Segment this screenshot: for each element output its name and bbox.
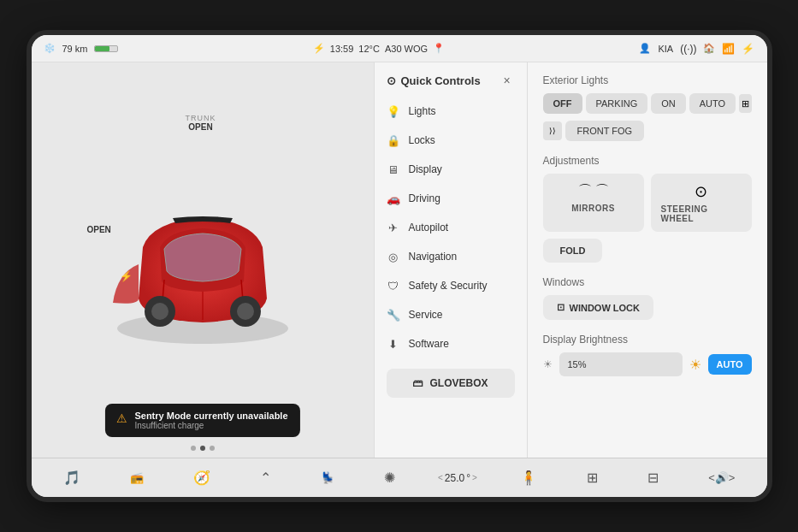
- menu-item-service[interactable]: 🔧 Service: [375, 300, 527, 329]
- light-btn-auto[interactable]: AUTO: [689, 93, 736, 114]
- autopilot-label: Autopilot: [409, 222, 449, 233]
- fog-icon: ⟩⟩: [543, 121, 562, 140]
- trunk-label-text: TRUNK: [186, 114, 216, 122]
- service-label: Service: [409, 309, 443, 321]
- close-button[interactable]: ×: [499, 73, 515, 88]
- lights-label: Lights: [409, 105, 436, 117]
- tb-person[interactable]: 🧍: [513, 466, 544, 489]
- brightness-slider[interactable]: 15%: [559, 352, 683, 376]
- driver-name: KIA: [658, 44, 673, 54]
- menu-item-driving[interactable]: 🚗 Driving: [375, 184, 527, 213]
- menu-item-navigation[interactable]: ◎ Navigation: [375, 242, 527, 271]
- driving-icon: 🚗: [387, 192, 400, 205]
- quick-controls-panel: ⊙ Quick Controls × 💡 Lights 🔒 Locks 🖥 Di…: [374, 62, 528, 458]
- sentry-title: Sentry Mode currently unavailable: [134, 411, 287, 421]
- glovebox-icon: 🗃: [412, 377, 423, 389]
- software-label: Software: [409, 338, 449, 350]
- tb-fan[interactable]: ✺: [377, 466, 402, 489]
- brightness-title: Display Brightness: [543, 334, 752, 346]
- steering-label: STEERING WHEEL: [661, 204, 742, 223]
- display-label: Display: [409, 163, 442, 175]
- warning-icon: ⚠: [116, 411, 127, 425]
- battery-indicator: [94, 45, 118, 52]
- menu-item-locks[interactable]: 🔒 Locks: [375, 126, 527, 155]
- tb-defrost-front[interactable]: ⊟: [641, 466, 665, 489]
- qc-header: ⊙ Quick Controls ×: [375, 69, 527, 97]
- signal-icon: 📶: [722, 43, 735, 55]
- light-btn-off[interactable]: OFF: [543, 93, 582, 114]
- sentry-warning: ⚠ Sentry Mode currently unavailable Insu…: [104, 404, 299, 437]
- page-dots: [191, 446, 215, 451]
- navigation-label: Navigation: [409, 251, 458, 263]
- taskbar: 🎵 📻 🧭 ⌃ 💺 ✺ < 25.0 ° > 🧍 ⊞ ⊟ <🔊>: [32, 458, 767, 497]
- menu-item-safety[interactable]: 🛡 Safety & Security: [375, 271, 527, 300]
- adjustments-row: ⌒⌒ MIRRORS ⊙ STEERING WHEEL: [543, 174, 752, 232]
- mirrors-card[interactable]: ⌒⌒ MIRRORS: [543, 174, 644, 232]
- temp-left-arrow: <: [438, 473, 443, 482]
- svg-point-5: [151, 303, 168, 320]
- windows-row: ⊡ WINDOW LOCK: [543, 295, 752, 320]
- fold-button[interactable]: FOLD: [543, 239, 603, 263]
- autopilot-icon: ✈: [387, 221, 400, 234]
- main-content: TRUNK OPEN: [32, 62, 767, 458]
- temp-unit: °: [466, 472, 470, 484]
- charger-icon: ⚡: [313, 43, 325, 54]
- steering-wheel-card[interactable]: ⊙ STEERING WHEEL: [651, 174, 752, 232]
- temp-right-arrow: >: [472, 473, 477, 482]
- status-center: ⚡ 13:59 12°C A30 WOG 📍: [313, 43, 445, 54]
- window-lock-button[interactable]: ⊡ WINDOW LOCK: [543, 295, 653, 320]
- tb-volume[interactable]: <🔊>: [701, 468, 742, 488]
- menu-item-autopilot[interactable]: ✈ Autopilot: [375, 213, 527, 242]
- fog-light-row: ⟩⟩ FRONT FOG: [543, 121, 752, 141]
- car-visualization-panel: TRUNK OPEN: [32, 62, 374, 458]
- tb-temperature: < 25.0 ° >: [438, 472, 477, 484]
- status-bar: ❄️ 79 km ⚡ 13:59 12°C A30 WOG 📍 👤 KIA ((…: [32, 35, 767, 62]
- car-area: TRUNK OPEN: [32, 62, 374, 458]
- tb-nav[interactable]: 🧭: [186, 466, 217, 489]
- snowflake-icon: ❄️: [44, 43, 56, 54]
- sentry-subtitle: Insufficient charge: [134, 421, 287, 430]
- controls-icon: ⊙: [387, 74, 396, 87]
- front-fog-button[interactable]: FRONT FOG: [565, 121, 645, 141]
- locks-label: Locks: [409, 134, 435, 146]
- location: A30 WOG: [385, 44, 428, 54]
- safety-label: Safety & Security: [409, 280, 488, 292]
- service-icon: 🔧: [387, 308, 400, 322]
- exterior-lights-buttons: OFF PARKING ON AUTO ⊞: [543, 93, 752, 114]
- tb-media[interactable]: 🎵: [56, 466, 87, 489]
- svg-point-7: [237, 303, 254, 320]
- locks-icon: 🔒: [387, 133, 400, 147]
- trunk-status: TRUNK OPEN: [186, 114, 216, 132]
- svg-text:⚡: ⚡: [119, 269, 132, 282]
- lights-extra-icon: ⊞: [739, 94, 751, 113]
- safety-icon: 🛡: [387, 279, 400, 293]
- temp-value: 25.0: [445, 472, 464, 484]
- window-lock-icon: ⊡: [557, 302, 565, 313]
- menu-item-software[interactable]: ⬇ Software: [375, 329, 527, 358]
- status-right: 👤 KIA ((·)) 🏠 📶 ⚡: [639, 43, 754, 55]
- right-panel: Exterior Lights OFF PARKING ON AUTO ⊞ ⟩⟩…: [528, 62, 767, 458]
- temperature: 12°C: [358, 44, 380, 54]
- car-illustration: ⚡: [83, 179, 322, 350]
- tb-defrost-rear[interactable]: ⊞: [580, 466, 605, 489]
- menu-item-lights[interactable]: 💡 Lights: [375, 97, 527, 126]
- glovebox-button[interactable]: 🗃 GLOVEBOX: [387, 369, 515, 398]
- dot-1: [191, 446, 196, 451]
- tb-radio[interactable]: 📻: [123, 468, 151, 488]
- mirrors-label: MIRRORS: [571, 204, 615, 213]
- lights-icon: 💡: [387, 104, 400, 118]
- steering-icons: ⊙: [695, 182, 707, 201]
- display-icon: 🖥: [387, 163, 400, 176]
- person-icon: 👤: [639, 43, 651, 54]
- tb-up[interactable]: ⌃: [253, 466, 278, 489]
- home-icon: 🏠: [703, 43, 715, 54]
- auto-brightness-button[interactable]: AUTO: [708, 354, 752, 375]
- light-btn-parking[interactable]: PARKING: [586, 93, 648, 114]
- light-btn-on[interactable]: ON: [651, 93, 686, 114]
- menu-item-display[interactable]: 🖥 Display: [375, 155, 527, 184]
- bluetooth-icon: ⚡: [742, 43, 754, 55]
- navigation-icon: ◎: [387, 250, 400, 263]
- software-icon: ⬇: [387, 337, 400, 351]
- tb-seat[interactable]: 💺: [314, 468, 341, 488]
- door-open-label: OPEN: [87, 225, 111, 234]
